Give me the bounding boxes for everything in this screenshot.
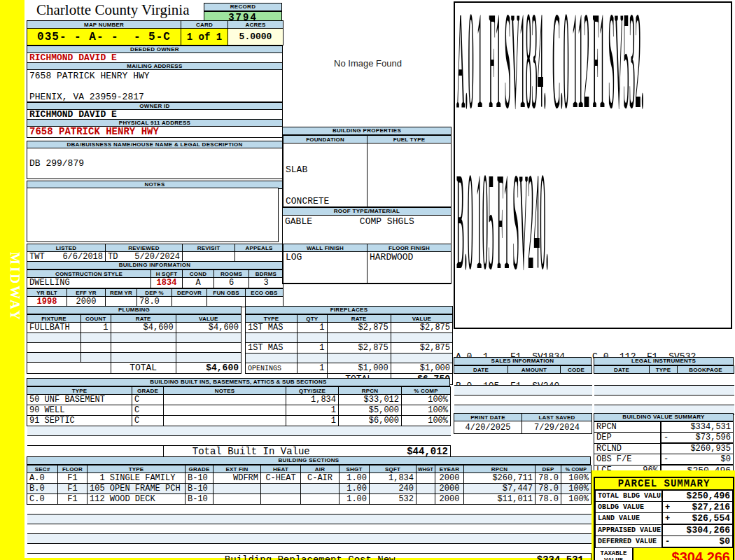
shgt: 1.00 — [340, 494, 370, 505]
acres-value: 5.0000 — [228, 29, 284, 46]
builtins-col-qty: QTY/SIZE — [286, 387, 339, 395]
bi-rpcn: $5,000 — [339, 405, 402, 416]
district-label: MIDWAY — [3, 238, 22, 336]
plumbing-row: FULLBATH 1 $4,600 $4,600 — [27, 323, 241, 333]
depovr-label: DEPOVR — [172, 289, 207, 297]
legal-instruments: LEGAL INSTRUMENTS DATE TYPE BOOKPAGE — [594, 357, 734, 415]
grade: B-10 — [186, 494, 214, 505]
building-value-summary: BUILDING VALUE SUMMARY RPCN $334,531 DEP… — [594, 413, 734, 477]
heat — [261, 484, 301, 494]
rooms-value: 6 — [214, 278, 249, 288]
dep-label: DEP % — [137, 289, 172, 297]
bi-rpcn: $33,012 — [339, 395, 402, 405]
building-information: BUILDING INFORMATION CONSTRUCTION STYLE … — [27, 261, 283, 307]
legal-description-box: DB 299/879 — [27, 148, 283, 179]
bi-comp: 100% — [402, 416, 451, 426]
summary-sign — [661, 422, 671, 433]
owner-id-value: RICHMOND DAVID E — [27, 109, 283, 120]
summary-row: RPCN $334,531 — [594, 422, 734, 433]
parcel-row: APPRAISED VALUE $304,266 — [596, 524, 733, 536]
fire-col-rate: RATE — [327, 315, 391, 323]
builtin-row: 91 SEPTIC C 1 $6,000 100% — [27, 416, 451, 426]
parcel-label: TOTAL BLDG VALUE — [596, 491, 662, 502]
builtin-row: 90 WELL C 1 $5,000 100% — [27, 405, 451, 416]
cond-label: COND — [183, 270, 214, 278]
empty-row — [454, 396, 592, 405]
empty-row — [27, 436, 451, 446]
builtin-row: 50 UNF BASEMENT C 1,834 $33,012 100% — [27, 395, 451, 405]
legal-col-type: TYPE — [650, 366, 678, 374]
summary-amount: $0 — [671, 454, 733, 465]
fire-col-qty: QTY — [298, 315, 328, 323]
fixture: FULLBATH — [27, 323, 81, 333]
parcel-summary: PARCEL SUMMARY TOTAL BLDG VALUE $250,496… — [594, 477, 734, 560]
mailing-line1: 7658 PATRICK HENRY HWY — [29, 71, 280, 81]
empty-row — [27, 343, 241, 353]
summary-amount: $73,596 — [671, 433, 733, 444]
cond-value: A — [183, 278, 214, 288]
fire-rate: $1,000 — [327, 363, 391, 374]
builtins-table: BUILDING BUILT INS, BASEMENTS, ATTICS & … — [27, 378, 450, 458]
floor-col: FLOOR — [58, 465, 88, 473]
county-title: Charlotte County Virginia — [28, 1, 203, 19]
taxable-label-line1: TAXABLE — [595, 550, 632, 557]
bi-rpcn: $6,000 — [339, 416, 402, 426]
construction-style-value: DWELLING — [27, 278, 151, 288]
air: C-AIR — [301, 473, 340, 484]
foundation-label: FOUNDATION — [284, 136, 368, 144]
eyear: 2000 — [435, 484, 464, 494]
summary-label: RPCN — [594, 422, 661, 433]
rpcn: $11,011 — [464, 494, 536, 505]
acres-label: ACRES — [228, 21, 284, 29]
whgt — [416, 484, 435, 494]
extfin — [214, 484, 261, 494]
parcel-sign — [662, 524, 672, 536]
fireplace-row: 1ST MAS 1 $2,875 $2,875 — [246, 323, 453, 333]
fire-col-value: VALUE — [391, 315, 452, 323]
plumbing-col-value: VALUE — [176, 315, 241, 323]
summary-amount: $260,935 — [671, 443, 733, 454]
type-col: TYPE — [88, 465, 186, 473]
grade-col: GRADE — [186, 465, 214, 473]
sales-col-amount: AMOUNT — [508, 366, 561, 374]
empty-row — [27, 534, 592, 544]
roof-value: GABLE COMP SHGLS — [283, 216, 451, 244]
whgt-col: WHGT — [416, 465, 435, 473]
rooms-label: ROOMS — [214, 270, 249, 278]
funobs-label: FUN OBS — [207, 289, 246, 297]
comp-col: % COMP — [561, 465, 592, 473]
parcel-sign: + — [662, 513, 672, 525]
map-number-label: MAP NUMBER — [27, 21, 181, 29]
foundation-line1: SLAB — [286, 164, 365, 175]
fire-type: 1ST MAS — [246, 323, 298, 333]
foundation-line2: CONCRETE — [286, 196, 365, 206]
fireplaces-title: FIREPLACES — [245, 306, 453, 314]
taxable-label: TAXABLE VALUE — [595, 548, 634, 560]
construction-style-label: CONSTRUCTION STYLE — [27, 270, 151, 278]
bi-grade: C — [132, 416, 164, 426]
sales-information: SALES INFORMATION DATE AMOUNT CODE — [454, 357, 592, 415]
roof-label: ROOF TYPE/MATERIAL — [283, 207, 451, 216]
no-image-text: No Image Found — [334, 58, 402, 69]
sec: C.0 — [27, 494, 58, 505]
record-label: RECORD — [204, 3, 282, 11]
floor: F1 — [58, 484, 88, 494]
parcel-amount: $304,266 — [672, 524, 732, 536]
building-information-title: BUILDING INFORMATION — [27, 261, 283, 270]
summary-row: RCLND $260,935 — [594, 443, 734, 454]
rpcn-col: RPCN — [464, 465, 536, 473]
dep: 78.0 — [536, 494, 561, 505]
fire-rate: $2,875 — [327, 343, 391, 354]
extfin-col: EXT FIN — [214, 465, 261, 473]
parcel-label: OBLDG VALUE — [596, 502, 662, 513]
section-row: B.0 F1 105 OPEN FRAME PCH B-10 1.00 240 … — [27, 484, 592, 494]
card-label: CARD — [181, 21, 228, 29]
empty-row — [246, 333, 453, 343]
foundation-value: SLAB CONCRETE — [284, 144, 368, 207]
reviewed-by: TD — [108, 252, 118, 262]
builtins-col-type: TYPE — [27, 387, 132, 395]
print-date-value: 4/20/2025 — [454, 421, 522, 434]
bdrms-value: 3 — [249, 278, 284, 288]
type: 105 OPEN FRAME PCH — [88, 484, 186, 494]
builtins-title: BUILDING BUILT INS, BASEMENTS, ATTICS & … — [27, 378, 450, 386]
